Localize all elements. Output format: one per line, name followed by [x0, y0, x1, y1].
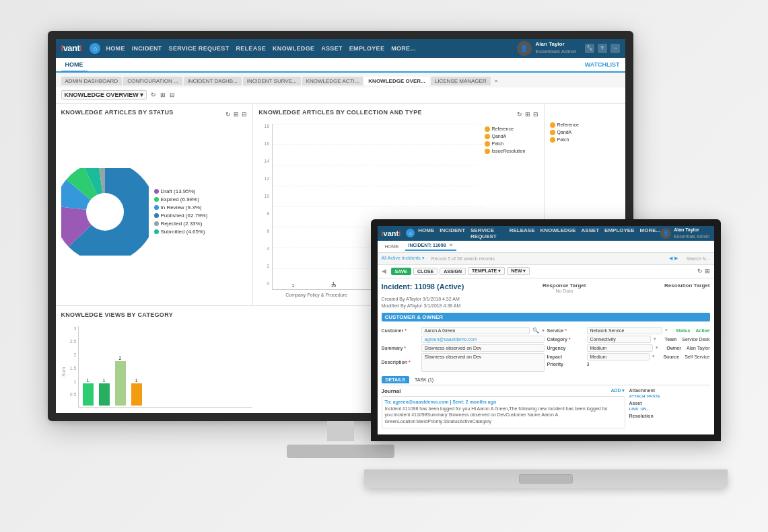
laptop-unlink-btn[interactable]: UN...	[641, 407, 650, 411]
laptop-action-expand[interactable]: ⊞	[705, 268, 710, 274]
laptop-impact-row: Impact Medium ▾ Source Self Service	[547, 353, 710, 360]
dash-tab-knowledge-overview[interactable]: KNOWLEDGE OVER...	[364, 77, 429, 85]
laptop-service-value[interactable]: Network Service	[587, 327, 663, 334]
monitor-dash-tabs: ADMIN DASHBOARD CONFIGURATION ... INCIDE…	[56, 73, 625, 87]
laptop: ivanti ⌂ HOME INCIDENT SERVICE REQUEST R…	[371, 219, 721, 488]
monitor-logo: ivanti	[61, 43, 82, 53]
nav-home[interactable]: HOME	[106, 44, 125, 53]
bar-refresh-icon[interactable]: ↻	[517, 111, 522, 118]
laptop-nav-employee[interactable]: EMPLOYEE	[604, 227, 634, 239]
laptop-owner-label: Owner	[666, 346, 681, 350]
views-chart-title: KNOWLEDGE VIEWS BY CATEGORY	[61, 311, 173, 318]
laptop-nav-release[interactable]: RELEASE	[510, 227, 535, 239]
laptop-nav-knowledge[interactable]: KNOWLEDGE	[540, 227, 576, 239]
legend-qanda: QandA	[485, 134, 538, 139]
laptop-prev-btn[interactable]: ◀	[669, 256, 672, 261]
laptop-nav: ivanti ⌂ HOME INCIDENT SERVICE REQUEST R…	[378, 226, 714, 241]
laptop-next-btn[interactable]: ▶	[674, 256, 678, 261]
legend-reference: Reference	[485, 126, 538, 132]
nav-more[interactable]: MORE...	[391, 44, 416, 53]
nav-release[interactable]: RELEASE	[236, 44, 266, 53]
pie-refresh-icon[interactable]: ↻	[225, 111, 231, 118]
laptop-email-row: agreen@saastdemo.com	[382, 336, 545, 343]
laptop-user-name: Alan Taylor	[674, 227, 709, 233]
laptop-tab-close[interactable]: ✕	[449, 243, 453, 248]
bar-copy-icon[interactable]: ⊞	[525, 111, 530, 118]
laptop-attach-btn[interactable]: ATTACH	[629, 394, 645, 398]
laptop-category-value[interactable]: Connectivity	[587, 336, 652, 343]
monitor-watchlist[interactable]: WATCHLIST	[585, 61, 620, 68]
laptop-nav-home[interactable]: HOME	[418, 227, 434, 239]
monitor-user-role: Essentials Admin	[536, 48, 577, 55]
laptop-customer-value[interactable]: Aaron A Green	[421, 327, 530, 334]
laptop-customer-search-icon[interactable]: 🔍	[532, 328, 539, 334]
dash-tab-incident[interactable]: INCIDENT DASHB...	[184, 77, 242, 85]
laptop-details-tab[interactable]: DETAILS	[382, 376, 409, 383]
dash-tab-config[interactable]: CONFIGURATION ...	[123, 77, 182, 85]
laptop-category-arrow[interactable]: ▾	[654, 336, 656, 342]
laptop-service-arrow[interactable]: ▾	[665, 328, 668, 333]
nav-asset[interactable]: ASSET	[321, 44, 343, 53]
dash-tab-license[interactable]: LICENSE MANAGER	[431, 77, 491, 85]
laptop-home-icon[interactable]: ⌂	[406, 229, 415, 237]
laptop-customer-arrow[interactable]: ▾	[542, 328, 545, 334]
laptop-new-button[interactable]: NEW ▾	[507, 267, 530, 275]
monitor-add-icon[interactable]: ⊞	[160, 91, 166, 98]
monitor-nav-items: HOME INCIDENT SERVICE REQUEST RELEASE KN…	[106, 44, 516, 53]
laptop-urgency-arrow[interactable]: ▾	[656, 345, 658, 350]
dash-tab-admin[interactable]: ADMIN DASHBOARD	[61, 77, 123, 85]
nav-incident[interactable]: INCIDENT	[132, 44, 162, 53]
laptop-impact-arrow[interactable]: ▾	[652, 354, 655, 359]
laptop-breadcrumb[interactable]: All Active Incidents ▾	[382, 256, 425, 261]
laptop-summary-label: Summary	[382, 346, 419, 350]
monitor-help-icon[interactable]: ?	[598, 44, 607, 53]
dash-tab-more[interactable]: »	[492, 77, 500, 85]
legend-dot-submitted	[154, 229, 159, 234]
legend-label-rejected: Rejected (2.33%)	[161, 221, 203, 227]
legend-expired: Expired (6.98%)	[154, 196, 208, 202]
legend-dot-qanda	[485, 134, 490, 139]
monitor-home-icon[interactable]: ⌂	[90, 43, 100, 54]
laptop-logo: ivanti	[382, 229, 401, 237]
laptop-tab-incident[interactable]: INCIDENT: 11098 ✕	[405, 241, 457, 251]
laptop-nav-more[interactable]: MORE...	[640, 227, 661, 239]
legend-dot-patch	[485, 141, 490, 147]
pie-expand-icon[interactable]: ⊟	[242, 111, 247, 118]
laptop-task-tab[interactable]: TASK (1)	[411, 376, 438, 383]
dash-tab-knowledge-activity[interactable]: KNOWLEDGE ACTI...	[302, 77, 363, 85]
laptop-assign-button[interactable]: ASSIGN	[440, 268, 466, 275]
nav-service-request[interactable]: SERVICE REQUEST	[169, 44, 230, 53]
laptop-nav-service-request[interactable]: SERVICE REQUEST	[470, 227, 504, 239]
laptop-incident-meta: Created By ATaylor 3/1/2018 4:32 AM Modi…	[382, 296, 710, 310]
laptop-save-button[interactable]: SAVE	[391, 268, 412, 275]
monitor-refresh-icon[interactable]: ↻	[151, 91, 156, 98]
laptop-desc-value[interactable]: Slowness observed on Dev	[421, 353, 545, 372]
monitor-settings-icon[interactable]: 🔧	[585, 44, 594, 53]
laptop-link-btn[interactable]: LINK	[629, 407, 639, 411]
laptop-nav-asset[interactable]: ASSET	[581, 227, 599, 239]
laptop-paste-btn[interactable]: PASTE	[647, 394, 660, 398]
nav-knowledge[interactable]: KNOWLEDGE	[273, 44, 314, 53]
pie-copy-icon[interactable]: ⊞	[234, 111, 239, 118]
laptop-close-button[interactable]: CLOSE	[413, 268, 438, 275]
laptop-nav-incident[interactable]: INCIDENT	[440, 227, 465, 239]
laptop-journal-add[interactable]: ADD ▾	[610, 388, 625, 393]
laptop-bottom-section: Journal ADD ▾ To: agreen@saastdemo.com |…	[382, 388, 710, 430]
dash-tab-survey[interactable]: INCIDENT SURVE...	[243, 77, 301, 85]
laptop-urgency-value[interactable]: Medium	[587, 344, 654, 352]
laptop-category-label: Category	[547, 337, 584, 342]
laptop-response-target-value: No Data	[543, 289, 586, 293]
monitor-sub-nav: HOME WATCHLIST	[56, 58, 625, 73]
bar-expand-icon[interactable]: ⊟	[533, 111, 538, 118]
nav-employee[interactable]: EMPLOYEE	[349, 44, 384, 53]
laptop-template-button[interactable]: TEMPLATE ▾	[468, 267, 505, 275]
monitor-logout-icon[interactable]: →	[610, 44, 620, 53]
monitor-overview-select[interactable]: KNOWLEDGE OVERVIEW ▾	[61, 90, 147, 100]
laptop-summary-value[interactable]: Slowness observed on Dev	[421, 344, 545, 352]
laptop-action-refresh[interactable]: ↻	[697, 268, 703, 274]
monitor-remove-icon[interactable]: ⊟	[170, 91, 175, 98]
monitor-home-tab[interactable]: HOME	[61, 59, 88, 72]
laptop-tab-home[interactable]: HOME	[382, 243, 403, 250]
laptop-back-icon[interactable]: ◀	[382, 268, 386, 274]
laptop-impact-value[interactable]: Medium	[587, 353, 650, 360]
